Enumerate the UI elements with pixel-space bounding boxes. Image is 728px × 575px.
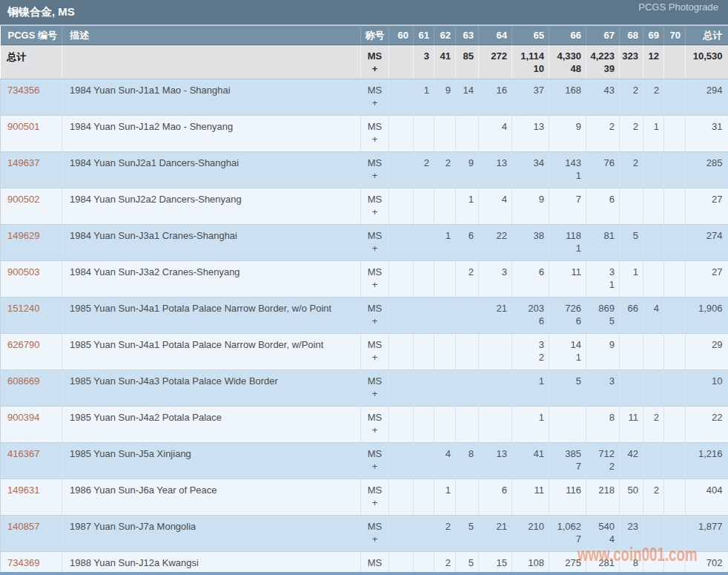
- grade-64-count-cell: [479, 407, 512, 443]
- pcgs-number-link[interactable]: 734356: [7, 85, 39, 96]
- grade-66-count-cell: 3857: [549, 443, 586, 479]
- pcgs-number-link[interactable]: 900503: [7, 266, 39, 277]
- grade-66-count-cell: 9: [549, 116, 586, 152]
- pcgs-number-link[interactable]: 149631: [7, 484, 39, 496]
- table-row: 1512401985 Yuan Sun-J4a1 Potala Palace N…: [1, 298, 728, 334]
- grade-60-count-cell: [389, 516, 414, 552]
- grade-65-count-cell: 37: [512, 79, 549, 116]
- pcgs-number-link[interactable]: 734369: [7, 557, 39, 568]
- grade-69-count-cell: 1: [643, 116, 664, 152]
- grade-63-count-cell: 2: [456, 261, 479, 298]
- grade-67-count-cell: 31: [586, 261, 620, 298]
- grade-61-count-cell: [414, 516, 434, 552]
- grade-67-count-cell: 81: [586, 225, 620, 261]
- column-header-description: 描述: [62, 26, 361, 45]
- grade-69-count-cell: 2: [643, 79, 664, 116]
- grade-67-count-cell: 4,22339: [586, 45, 620, 79]
- totals-label: 总计: [7, 51, 27, 62]
- grade-69-count-cell: [643, 443, 664, 479]
- designation-cell: MS+: [361, 45, 389, 79]
- description-cell: 1984 Yuan Sun-J1a1 Mao - Shanghai: [62, 79, 361, 116]
- pcgs-number-link[interactable]: 151240: [7, 303, 39, 314]
- grade-69-count-cell: [643, 225, 664, 261]
- grade-60-count-cell: [389, 443, 414, 479]
- column-header-total: 总计: [686, 26, 728, 45]
- grade-69-count-cell: 4: [643, 298, 664, 334]
- column-header-grade-68: 68: [620, 26, 643, 45]
- grade-67-count-cell: 5404: [586, 516, 620, 552]
- pcgs-number-link[interactable]: 416367: [7, 448, 39, 459]
- column-header-grade-65: 65: [512, 26, 549, 45]
- pcgs-number-link[interactable]: 140857: [7, 521, 39, 532]
- pcgs-number-link[interactable]: 900394: [7, 412, 39, 423]
- grade-68-count-cell: 5: [620, 225, 643, 261]
- grade-68-count-cell: 2: [620, 116, 643, 152]
- grade-63-count-cell: 5: [456, 516, 479, 552]
- grade-69-count-cell: [643, 516, 664, 552]
- grade-64-count-cell: 21: [479, 298, 512, 334]
- grade-62-count-cell: 1: [434, 479, 456, 516]
- grade-65-count-cell: 38: [512, 225, 549, 261]
- description-cell: 1985 Yuan Sun-J4a1 Potala Palace Narrow …: [62, 334, 361, 370]
- grade-64-count-cell: 13: [479, 152, 512, 188]
- grade-67-count-cell: 8: [586, 407, 620, 443]
- row-total-cell: 285: [686, 152, 728, 188]
- grade-69-count-cell: 12: [643, 45, 664, 79]
- grade-70-count-cell: [664, 479, 686, 516]
- row-total-cell: 31: [686, 116, 728, 152]
- description-cell: 1985 Yuan Sun-J5a Xinjiang: [62, 443, 361, 479]
- grade-61-count-cell: [414, 334, 434, 370]
- grade-70-count-cell: [664, 298, 686, 334]
- pcgs-number-link[interactable]: 149637: [7, 157, 39, 168]
- pcgs-number-link[interactable]: 626790: [7, 339, 39, 350]
- grade-67-count-cell: 218: [586, 479, 620, 516]
- grade-61-count-cell: [414, 298, 434, 334]
- table-row: 9005031984 Yuan Sun-J3a2 Cranes-Shenyang…: [1, 261, 728, 298]
- row-total-cell: 27: [686, 188, 728, 225]
- pcgs-number-link[interactable]: 608669: [7, 375, 39, 387]
- grade-67-count-cell: 43: [586, 79, 620, 116]
- grade-68-count-cell: 50: [620, 479, 643, 516]
- description-cell: 1985 Yuan Sun-J4a3 Potala Palace Wide Bo…: [62, 370, 361, 407]
- grade-69-count-cell: [643, 188, 664, 225]
- description-cell: 1984 Yuan SunJ2a2 Dancers-Shenyang: [62, 188, 361, 225]
- table-body: 总计MS+341852721,114104,330484,22339323121…: [1, 45, 728, 575]
- table-row: 6086691985 Yuan Sun-J4a3 Potala Palace W…: [1, 370, 728, 407]
- grade-66-count-cell: 7: [549, 188, 586, 225]
- description-cell: 1985 Yuan Sun-J4a1 Potala Palace Narrow …: [62, 298, 361, 334]
- pcgs-number-link[interactable]: 900502: [7, 194, 39, 205]
- pcgs-photograde-link[interactable]: PCGS Photograde: [638, 1, 718, 13]
- pcgs-number-link[interactable]: 149629: [7, 230, 39, 241]
- grade-68-count-cell: [620, 188, 643, 225]
- pcgs-number-cell: 734356: [1, 79, 62, 116]
- designation-cell: MS+: [361, 516, 389, 552]
- grade-64-count-cell: [479, 334, 512, 370]
- page-title: 铜镍合金, MS: [0, 5, 75, 19]
- grade-63-count-cell: [456, 407, 479, 443]
- grade-65-count-cell: 2036: [512, 298, 549, 334]
- grade-66-count-cell: 1181: [549, 225, 586, 261]
- grade-64-count-cell: 6: [479, 479, 512, 516]
- pcgs-number-cell: 149631: [1, 479, 62, 516]
- grade-61-count-cell: [414, 225, 434, 261]
- table-row: 1408571987 Yuan Sun-J7a MongoliaMS+25212…: [1, 516, 728, 552]
- grade-67-count-cell: 8695: [586, 298, 620, 334]
- column-header-grade-69: 69: [643, 26, 664, 45]
- pcgs-number-link[interactable]: 900501: [7, 121, 39, 132]
- table-row: 4163671985 Yuan Sun-J5a XinjiangMS+48134…: [1, 443, 728, 479]
- grade-63-count-cell: 1: [456, 188, 479, 225]
- pcgs-number-cell: 总计: [1, 45, 62, 79]
- grade-60-count-cell: [389, 334, 414, 370]
- grade-61-count-cell: [414, 443, 434, 479]
- grade-62-count-cell: 2: [434, 152, 456, 188]
- column-header-grade-60: 60: [389, 26, 414, 45]
- grade-62-count-cell: [434, 370, 456, 407]
- pcgs-number-cell: 608669: [1, 370, 62, 407]
- grade-62-count-cell: [434, 188, 456, 225]
- grade-63-count-cell: 9: [456, 152, 479, 188]
- designation-cell: MS+: [361, 407, 389, 443]
- grade-65-count-cell: 11: [512, 479, 549, 516]
- grade-70-count-cell: [664, 152, 686, 188]
- column-header-grade-64: 64: [479, 26, 512, 45]
- grade-60-count-cell: [389, 188, 414, 225]
